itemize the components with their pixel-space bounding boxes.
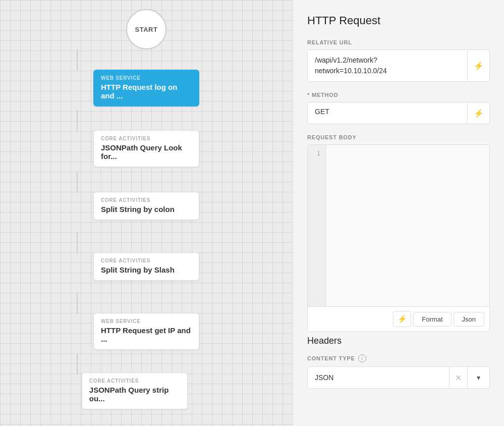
headers-title: Headers [307, 336, 490, 346]
relative-url-label: RELATIVE URL [307, 39, 490, 45]
bolt-icon: ⚡ [474, 61, 484, 71]
method-bolt[interactable]: ⚡ [468, 102, 490, 124]
node-6-category: CORE ACTIVITIES [89, 378, 180, 384]
node-3-category: CORE ACTIVITIES [101, 197, 192, 203]
node-3-title: Split String by colon [101, 205, 192, 214]
connector-2 [77, 110, 78, 131]
flow-panel: START WEB SERVICE HTTP Request log on an… [0, 0, 293, 426]
content-type-clear-btn[interactable]: ✕ [450, 366, 468, 389]
node-4-category: CORE ACTIVITIES [101, 258, 192, 263]
json-button[interactable]: Json [454, 312, 484, 327]
content-type-info-icon: i [358, 354, 366, 362]
relative-url-row: /wapi/v1.2/network?network=10.10.10.0/24… [307, 49, 490, 82]
method-label: * METHOD [307, 92, 490, 98]
chevron-icon: ▾ [477, 374, 480, 382]
node-jsonpath-2[interactable]: CORE ACTIVITIES JSONPath Query strip ou.… [82, 372, 188, 409]
content-type-row: JSON ✕ ▾ [307, 366, 490, 389]
bolt-icon-2: ⚡ [474, 109, 484, 118]
content-type-chevron-btn[interactable]: ▾ [468, 366, 490, 389]
method-input[interactable]: GET [307, 102, 468, 124]
start-circle: START [126, 9, 166, 49]
body-toolbar: ⚡ Format Json [308, 306, 489, 331]
start-label: START [135, 26, 158, 33]
node-http-request-1[interactable]: WEB SERVICE HTTP Request log on and ... [93, 70, 199, 107]
line-numbers: 1 [308, 145, 326, 306]
connector-3 [77, 172, 78, 193]
node-5-title: HTTP Request get IP and ... [101, 326, 192, 343]
content-type-value: JSON [315, 374, 333, 382]
node-jsonpath-1[interactable]: CORE ACTIVITIES JSONPath Query Look for.… [93, 130, 199, 167]
node-1-title: HTTP Request log on and ... [101, 83, 192, 100]
node-2-title: JSONPath Query Look for... [101, 143, 192, 161]
node-2-category: CORE ACTIVITIES [101, 136, 192, 141]
format-button[interactable]: Format [413, 312, 451, 327]
relative-url-bolt[interactable]: ⚡ [468, 49, 490, 82]
body-bolt-btn[interactable]: ⚡ [393, 311, 411, 327]
node-5-category: WEB SERVICE [101, 318, 192, 324]
node-1-category: WEB SERVICE [101, 75, 192, 81]
bolt-icon-3: ⚡ [398, 314, 407, 324]
node-http-request-2[interactable]: WEB SERVICE HTTP Request get IP and ... [93, 313, 199, 350]
right-panel: HTTP Request RELATIVE URL /wapi/v1.2/net… [293, 0, 504, 426]
connector-4 [77, 232, 78, 253]
clear-icon: ✕ [455, 373, 462, 383]
code-content[interactable] [326, 145, 489, 306]
code-area: 1 [308, 145, 489, 306]
request-body-wrapper: 1 ⚡ Format Json [307, 144, 490, 332]
node-split-slash[interactable]: CORE ACTIVITIES Split String by Slash [93, 252, 199, 281]
start-node: START [126, 9, 166, 49]
content-type-input[interactable]: JSON [307, 366, 450, 389]
node-4-title: Split String by Slash [101, 265, 192, 274]
relative-url-input[interactable]: /wapi/v1.2/network?network=10.10.10.0/24 [307, 49, 468, 82]
connector-6 [77, 353, 78, 375]
line-number-1: 1 [313, 150, 320, 157]
panel-title: HTTP Request [307, 14, 490, 27]
node-split-colon[interactable]: CORE ACTIVITIES Split String by colon [93, 192, 199, 220]
node-6-title: JSONPath Query strip ou... [89, 386, 180, 403]
connector-5 [77, 293, 78, 314]
content-type-label: CONTENT TYPE [307, 355, 355, 361]
request-body-label: REQUEST BODY [307, 134, 490, 140]
info-label: i [361, 355, 362, 361]
method-row: GET ⚡ [307, 102, 490, 124]
connector-1 [77, 49, 78, 71]
